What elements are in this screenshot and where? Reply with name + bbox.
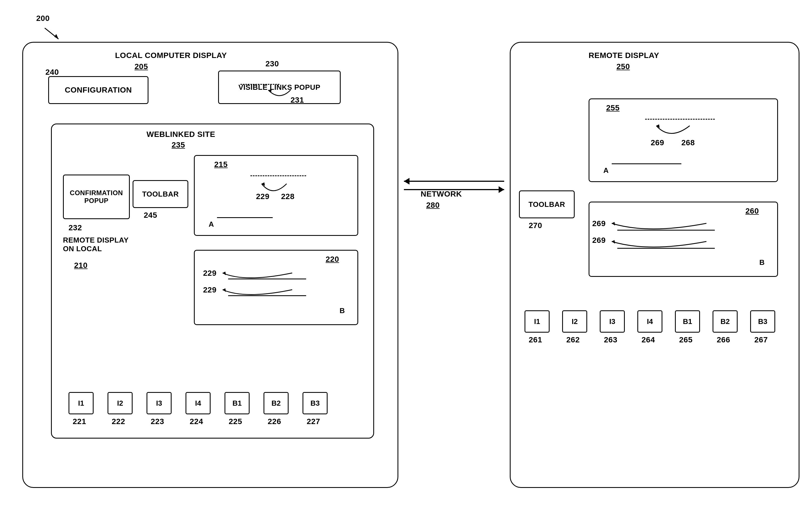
remote-on-local-label: REMOTE DISPLAY ON LOCAL bbox=[63, 236, 129, 253]
svg-marker-1 bbox=[54, 34, 58, 39]
panel-b-num-229b-left: 229 bbox=[203, 286, 217, 294]
panel-a-dashed-right bbox=[645, 119, 715, 120]
toolbar-btn-I1-num-right: 261 bbox=[529, 335, 542, 344]
panel-a-solid-right bbox=[612, 163, 681, 164]
panel-b-num-right: 260 bbox=[746, 207, 759, 215]
remote-display-title: REMOTE DISPLAY bbox=[588, 51, 659, 60]
panel-b-solid2-left bbox=[228, 295, 306, 296]
toolbar-btn-I1-left[interactable]: I1 bbox=[68, 392, 94, 414]
toolbar-btn-I3-num-left: 223 bbox=[151, 417, 164, 426]
panel-a-num-right: 255 bbox=[606, 103, 620, 112]
toolbar-btn-I3-left[interactable]: I3 bbox=[146, 392, 172, 414]
weblinked-label: WEBLINKED SITE bbox=[146, 130, 215, 139]
toolbar-btn-B1-num-left: 225 bbox=[229, 417, 242, 426]
panel-a-letter-left: A bbox=[209, 220, 214, 228]
panel-a-dashed-left bbox=[250, 175, 306, 176]
toolbar-btn-B3-num-right: 267 bbox=[754, 335, 768, 344]
panel-a-letter-right: A bbox=[603, 166, 609, 175]
toolbar-btn-I3-right[interactable]: I3 bbox=[600, 310, 625, 333]
weblinked-num: 235 bbox=[172, 140, 185, 150]
panel-b-num-229a-left: 229 bbox=[203, 269, 217, 278]
toolbar-btn-B1-num-right: 265 bbox=[679, 335, 692, 344]
inner-panel-a-right: 255 269 268 A bbox=[588, 98, 778, 182]
panel-b-arrow1-left bbox=[217, 267, 300, 285]
toolbar-btn-B1-left[interactable]: B1 bbox=[225, 392, 250, 414]
panel-b-solid1-right bbox=[617, 230, 715, 230]
panel-a-268-right: 268 bbox=[681, 138, 695, 147]
confirmation-popup-box[interactable]: CONFIRMATION POPUP bbox=[63, 174, 130, 219]
right-panel: REMOTE DISPLAY 250 TOOLBAR 270 255 bbox=[510, 42, 800, 488]
panel-b-solid1-left bbox=[228, 279, 306, 280]
panel-b-letter-right: B bbox=[759, 258, 765, 267]
toolbar-btn-I1-num-left: 221 bbox=[73, 417, 86, 426]
panel-a-num-229-left: 229 bbox=[256, 192, 269, 201]
left-panel: LOCAL COMPUTER DISPLAY 205 CONFIGURATION… bbox=[22, 42, 398, 488]
panel-b-arrow1-right bbox=[606, 218, 718, 237]
toolbar-btn-I4-right[interactable]: I4 bbox=[637, 310, 662, 333]
confirm-num: 232 bbox=[68, 223, 82, 232]
toolbar-num-245: 245 bbox=[144, 211, 157, 220]
panel-b-solid2-right bbox=[617, 248, 715, 249]
toolbar-btn-B2-num-right: 266 bbox=[717, 335, 730, 344]
popup-dashed-line bbox=[240, 84, 279, 85]
svg-marker-2 bbox=[268, 89, 272, 93]
diagram-container: 200 LOCAL COMPUTER DISPLAY 205 CONFIGURA… bbox=[0, 0, 812, 508]
toolbar-btn-B3-right[interactable]: B3 bbox=[750, 310, 775, 333]
panel-a-solid-left bbox=[217, 217, 273, 218]
toolbar-btn-I2-left[interactable]: I2 bbox=[107, 392, 133, 414]
toolbar-num-270: 270 bbox=[529, 221, 542, 230]
toolbar-btn-I2-num-right: 262 bbox=[566, 335, 580, 344]
network-arrow bbox=[398, 167, 510, 201]
inner-panel-a-left: 215 229 228 bbox=[194, 155, 358, 236]
weblinked-site-panel: WEBLINKED SITE 235 CONFIRMATION POPUP 23… bbox=[51, 124, 374, 438]
config-num: 240 bbox=[45, 68, 59, 77]
toolbar-btn-B3-num-left: 227 bbox=[307, 417, 320, 426]
toolbar-btn-I3-num-right: 263 bbox=[604, 335, 617, 344]
popup-sub-num: 231 bbox=[291, 96, 304, 104]
toolbar-btn-I4-num-left: 224 bbox=[190, 417, 203, 426]
panel-a-num-228-left: 228 bbox=[281, 192, 294, 201]
toolbar-btn-I4-num-right: 264 bbox=[641, 335, 655, 344]
panel-b-arrow2-left bbox=[217, 284, 300, 302]
panel-b-arrow2-right bbox=[606, 236, 718, 255]
toolbar-btn-B3-left[interactable]: B3 bbox=[302, 392, 328, 414]
panel-b-269b-right: 269 bbox=[592, 236, 606, 245]
panel-b-letter-left: B bbox=[340, 306, 345, 315]
toolbar-box-right[interactable]: TOOLBAR bbox=[519, 190, 575, 218]
network-num: 280 bbox=[426, 201, 439, 210]
remote-display-num: 250 bbox=[616, 62, 630, 71]
toolbar-btn-I2-num-left: 222 bbox=[112, 417, 125, 426]
toolbar-btn-I2-right[interactable]: I2 bbox=[562, 310, 587, 333]
toolbar-btn-I1-right[interactable]: I1 bbox=[525, 310, 550, 333]
panel-a-num-left: 215 bbox=[214, 160, 228, 169]
svg-marker-9 bbox=[498, 186, 504, 193]
panel-b-269a-right: 269 bbox=[592, 219, 606, 228]
fig-arrow bbox=[45, 28, 61, 42]
toolbar-box-left[interactable]: TOOLBAR bbox=[133, 180, 188, 208]
fig-number: 200 bbox=[36, 14, 50, 23]
svg-marker-7 bbox=[404, 178, 410, 184]
toolbar-btn-B1-right[interactable]: B1 bbox=[675, 310, 700, 333]
remote-on-local-num: 210 bbox=[74, 261, 88, 270]
popup-arrow-231 bbox=[266, 87, 293, 105]
inner-panel-b-left: 220 bbox=[194, 250, 358, 325]
toolbar-btn-B2-right[interactable]: B2 bbox=[713, 310, 737, 333]
panel-a-269-right: 269 bbox=[651, 138, 664, 147]
popup-num: 230 bbox=[266, 59, 279, 68]
toolbar-btn-B2-num-left: 226 bbox=[268, 417, 281, 426]
toolbar-btn-B2-left[interactable]: B2 bbox=[264, 392, 289, 414]
toolbar-btn-I4-left[interactable]: I4 bbox=[186, 392, 210, 414]
inner-panel-b-right: 260 269 269 bbox=[588, 202, 778, 277]
configuration-box[interactable]: CONFIGURATION bbox=[48, 76, 148, 104]
local-display-num: 205 bbox=[135, 62, 148, 71]
local-display-title: LOCAL COMPUTER DISPLAY bbox=[115, 51, 227, 60]
panel-b-num-left: 220 bbox=[326, 255, 339, 264]
